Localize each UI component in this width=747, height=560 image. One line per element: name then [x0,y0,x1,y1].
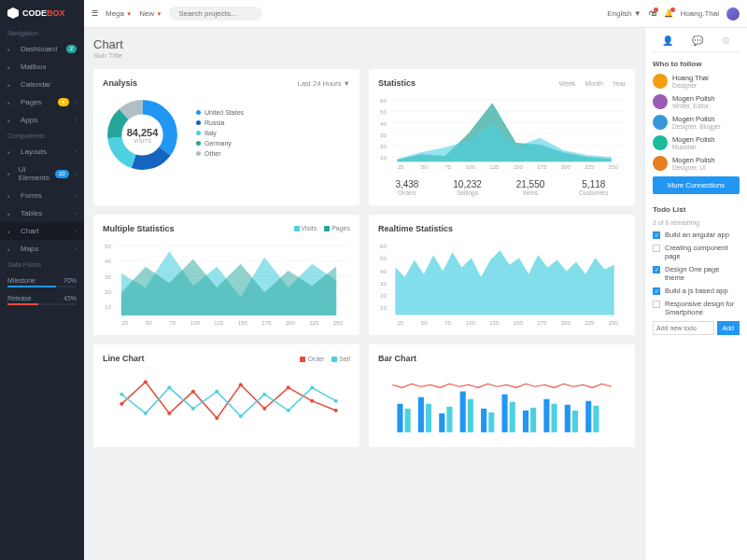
language-menu[interactable]: English ▼ [607,9,641,18]
todo-item[interactable]: Build an angular app [653,231,740,239]
todo-item[interactable]: Responsive design for Smartphone [653,300,740,316]
follow-item[interactable]: Mogen PolishMusician [653,135,740,150]
line-chart [103,371,350,437]
svg-rect-96 [468,399,473,433]
svg-text:40: 40 [105,258,111,264]
page-title: Chart [93,37,635,51]
nav-item-tables[interactable]: ▪Tables› [0,204,84,222]
svg-text:10: 10 [380,154,387,161]
checkbox[interactable] [653,231,660,239]
nav-icon: ▪ [7,117,15,124]
checkbox[interactable] [653,301,660,308]
page-content: Chart Sub Title Analysis Last 24 Hours ▼ [84,28,644,560]
svg-rect-97 [488,413,494,432]
time-dropdown[interactable]: Last 24 Hours ▼ [298,79,350,88]
svg-text:200: 200 [286,318,296,325]
svg-text:150: 150 [514,318,524,325]
user-name[interactable]: Hoang.Thai [681,9,719,18]
bell-icon[interactable]: 🔔 [664,9,673,18]
stat-metric: 21,550Items [516,179,545,196]
svg-text:225: 225 [585,163,595,170]
statistics-chart: 605040302010 255075100125150175200225250 [378,95,626,172]
follow-item[interactable]: Mogen PolishDesigner, UI [653,156,740,171]
checkbox[interactable] [653,245,660,252]
svg-text:225: 225 [309,318,319,325]
chevron-right-icon: › [75,148,77,155]
chevron-right-icon: › [75,245,77,252]
tab-chat-icon[interactable]: 💬 [692,35,703,46]
svg-rect-91 [565,405,571,433]
mega-menu[interactable]: Mega ▼ [106,9,132,18]
nav-icon: ▪ [7,81,15,89]
follow-item[interactable]: Mogen PolishDesigner, Blogger [653,115,740,130]
legend-item: Visits [294,225,317,231]
search-input[interactable] [169,7,262,21]
svg-point-79 [262,393,266,397]
follow-item[interactable]: Mogen PolishWritter, Editor [653,94,740,109]
svg-point-76 [191,407,195,411]
todo-item[interactable]: Creating component page [653,244,740,260]
release-progress [7,303,77,305]
todo-item[interactable]: Design One page theme [653,265,740,282]
line-chart-card: Line Chart OrderSell [93,344,359,446]
svg-rect-87 [481,409,486,432]
svg-text:20: 20 [380,143,387,149]
avatar [653,135,668,150]
add-todo-button[interactable]: Add [717,321,740,335]
tab-users-icon[interactable]: 👤 [662,35,673,46]
logo[interactable]: CODEBOX [0,0,84,26]
cart-icon[interactable]: 🛍 [649,9,656,18]
nav-icon: ▪ [7,63,15,71]
nav-item-calendar[interactable]: ▪Calendar [0,76,84,93]
nav-item-pages[interactable]: ▪Pages●› [0,93,84,111]
nav-item-mailbox[interactable]: ▪Mailbox [0,58,84,76]
milestone-progress [7,286,77,287]
menu-icon[interactable]: ☰ [92,9,98,18]
svg-point-73 [120,393,123,397]
right-sidebar: 👤 💬 ⚙ Who to follow Hoang ThaiDesignerMo… [644,28,747,560]
checkbox[interactable] [653,287,660,295]
todo-item[interactable]: Build a js based app [653,287,740,295]
tab-gear-icon[interactable]: ⚙ [722,35,730,46]
legend-item: Germany [196,140,244,147]
svg-text:125: 125 [489,163,500,170]
legend-item: Order [300,356,324,362]
svg-text:100: 100 [466,163,476,170]
svg-point-75 [167,386,171,390]
svg-text:25: 25 [121,318,128,325]
nav-item-dashboard[interactable]: ▪Dashboard2 [0,40,84,58]
stat-metric: 5,118Customers [579,179,608,196]
nav-item-maps[interactable]: ▪Maps› [0,240,84,258]
follow-item[interactable]: Hoang ThaiDesigner [653,74,740,89]
svg-text:250: 250 [333,318,344,325]
svg-point-69 [262,407,266,411]
nav-icon: ▪ [7,228,15,235]
chevron-right-icon: › [75,192,77,199]
avatar[interactable] [726,7,740,21]
todo-input[interactable] [653,321,714,335]
more-connections-button[interactable]: More Connections [653,176,740,194]
svg-text:50: 50 [421,163,428,170]
svg-text:60: 60 [380,97,387,104]
chevron-right-icon: › [75,99,77,105]
checkbox[interactable] [653,266,660,273]
svg-text:10: 10 [380,304,387,311]
nav-item-apps[interactable]: ▪Apps› [0,111,84,129]
svg-text:40: 40 [380,267,387,273]
time-tab-week[interactable]: Week [559,80,576,87]
nav-item-layouts[interactable]: ▪Layouts› [0,143,84,161]
svg-text:40: 40 [380,120,387,127]
nav-item-forms[interactable]: ▪Forms› [0,187,84,204]
svg-text:25: 25 [397,163,403,170]
svg-text:50: 50 [380,255,387,261]
svg-text:125: 125 [489,318,500,325]
nav-item-chart[interactable]: ▪Chart› [0,222,84,240]
nav-icon: ▪ [7,99,15,106]
time-tab-year[interactable]: Year [613,80,626,87]
nav-item-ui-elements[interactable]: ▪UI Elements10› [0,161,84,187]
time-tab-month[interactable]: Month [585,80,602,87]
statistics-card: Statistics WeekMonthYear 605040302010 25… [369,69,635,205]
new-menu[interactable]: New ▼ [139,9,162,18]
svg-text:100: 100 [466,318,476,325]
svg-rect-100 [551,404,557,433]
